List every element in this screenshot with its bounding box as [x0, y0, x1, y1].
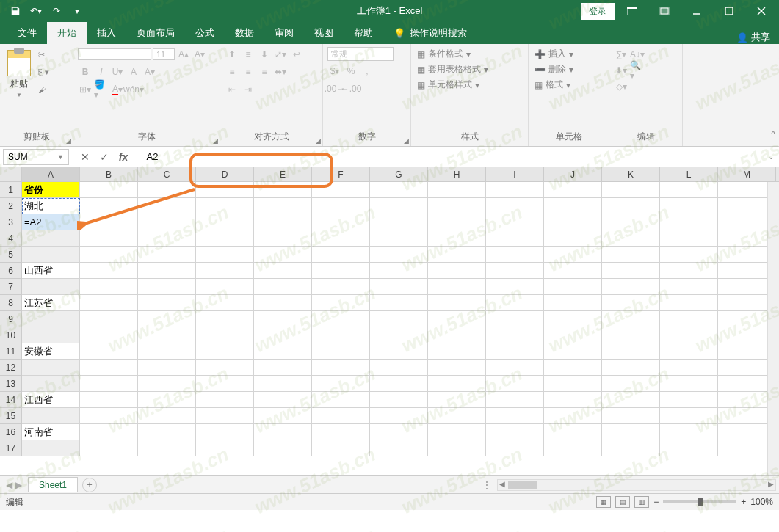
cell[interactable] [254, 440, 312, 456]
formula-input[interactable] [137, 149, 779, 165]
cell[interactable] [196, 360, 254, 376]
row-header[interactable]: 10 [0, 327, 22, 343]
cell[interactable] [486, 408, 544, 424]
column-header[interactable]: H [428, 167, 486, 181]
cell[interactable] [138, 311, 196, 327]
italic-button[interactable]: I [94, 65, 109, 79]
cell-styles-button[interactable]: ▦单元格样式 ▾ [416, 78, 481, 92]
cell[interactable] [80, 230, 138, 247]
tab-home[interactable]: 开始 [47, 22, 87, 44]
cell[interactable] [428, 247, 486, 263]
cell[interactable] [22, 311, 80, 327]
cell[interactable] [602, 198, 660, 214]
autosum-icon[interactable]: ∑▾ [614, 47, 628, 62]
cell[interactable] [196, 440, 254, 456]
cell[interactable] [196, 408, 254, 424]
cell[interactable] [196, 198, 254, 214]
tab-insert[interactable]: 插入 [87, 22, 126, 44]
cell[interactable] [602, 279, 660, 295]
font-a-button[interactable]: A [126, 65, 141, 79]
column-header[interactable]: D [196, 167, 254, 181]
cell[interactable] [370, 279, 428, 295]
column-header[interactable]: B [80, 167, 138, 181]
cell[interactable] [138, 295, 196, 311]
row-header[interactable]: 17 [0, 440, 22, 456]
cell[interactable] [196, 424, 254, 440]
zoom-in-button[interactable]: + [741, 497, 746, 507]
cell[interactable] [544, 214, 602, 230]
cell[interactable] [544, 311, 602, 327]
cell[interactable] [22, 360, 80, 376]
cell[interactable]: 江西省 [22, 392, 80, 408]
cell[interactable] [428, 343, 486, 360]
cell[interactable] [370, 247, 428, 263]
cell[interactable] [254, 360, 312, 376]
cell[interactable] [312, 392, 370, 408]
row-header[interactable]: 9 [0, 311, 22, 327]
cell[interactable] [660, 230, 718, 247]
column-header[interactable]: G [370, 167, 428, 181]
cell[interactable] [544, 182, 602, 198]
decrease-decimal-icon[interactable]: ←.00 [344, 81, 358, 96]
cell[interactable] [196, 279, 254, 295]
cell[interactable] [660, 327, 718, 343]
row-header[interactable]: 11 [0, 343, 22, 360]
cell[interactable] [428, 198, 486, 214]
cell[interactable] [486, 295, 544, 311]
cell[interactable] [138, 182, 196, 198]
ribbon-mode-button[interactable] [650, 0, 679, 22]
cell[interactable] [80, 327, 138, 343]
tab-formulas[interactable]: 公式 [185, 22, 225, 44]
cell[interactable] [602, 311, 660, 327]
cell[interactable] [254, 311, 312, 327]
cell[interactable] [254, 182, 312, 198]
row-header[interactable]: 1 [0, 182, 22, 198]
cell[interactable] [312, 343, 370, 360]
cell[interactable] [660, 214, 718, 230]
insert-cells-button[interactable]: ➕插入 ▾ [533, 47, 575, 61]
paste-button[interactable]: 粘贴 ▼ [4, 47, 34, 101]
underline-button[interactable]: U▾ [110, 65, 125, 79]
clear-icon[interactable]: ◇▾ [614, 79, 628, 94]
cell[interactable] [486, 424, 544, 440]
cell[interactable] [660, 360, 718, 376]
cell[interactable] [544, 295, 602, 311]
cell[interactable] [660, 295, 718, 311]
cell[interactable] [254, 279, 312, 295]
cell[interactable] [602, 230, 660, 247]
column-header[interactable]: M [718, 167, 776, 181]
number-dialog-launcher[interactable]: ◢ [404, 137, 409, 145]
wrap-text-icon[interactable]: ↩ [289, 47, 304, 62]
cell[interactable] [428, 392, 486, 408]
zoom-level[interactable]: 100% [750, 497, 773, 507]
cell[interactable] [428, 360, 486, 376]
cell[interactable] [312, 230, 370, 247]
column-header[interactable]: L [660, 167, 718, 181]
cell[interactable]: 安徽省 [22, 343, 80, 360]
row-header[interactable]: 16 [0, 424, 22, 440]
cell[interactable] [22, 327, 80, 343]
spreadsheet-grid[interactable]: ABCDEFGHIJKLM 1省份2湖北3=A2456山西省78江苏省91011… [0, 167, 779, 475]
font-size-combo[interactable]: 11 [153, 48, 175, 60]
cell[interactable] [486, 376, 544, 392]
align-top-icon[interactable]: ⬆ [225, 47, 239, 62]
copy-button[interactable]: ⎘▾ [38, 65, 49, 79]
cell[interactable] [80, 198, 138, 214]
cell[interactable] [254, 214, 312, 230]
cell[interactable] [312, 279, 370, 295]
cell[interactable] [544, 247, 602, 263]
decrease-font-icon[interactable]: A▾ [192, 47, 207, 62]
row-header[interactable]: 6 [0, 263, 22, 279]
cell[interactable] [660, 408, 718, 424]
border-button[interactable]: ⊞▾ [78, 82, 93, 97]
cell[interactable] [196, 182, 254, 198]
cell[interactable] [602, 214, 660, 230]
cell[interactable] [602, 408, 660, 424]
redo-button[interactable]: ↷ [47, 2, 66, 20]
cell[interactable] [370, 311, 428, 327]
cell[interactable] [486, 230, 544, 247]
cell[interactable] [602, 360, 660, 376]
merge-icon[interactable]: ⬌▾ [273, 65, 288, 79]
cell[interactable] [254, 263, 312, 279]
add-sheet-button[interactable]: ＋ [82, 478, 97, 492]
